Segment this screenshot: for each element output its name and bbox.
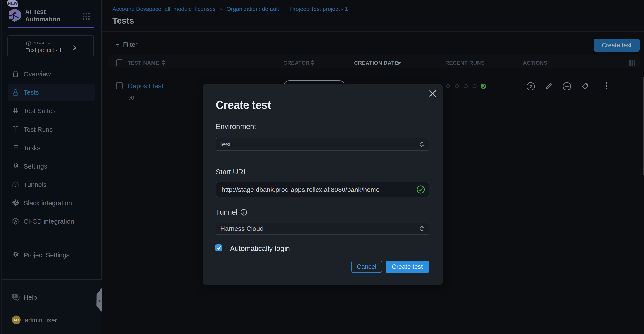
svg-text:?: ? bbox=[14, 294, 16, 298]
